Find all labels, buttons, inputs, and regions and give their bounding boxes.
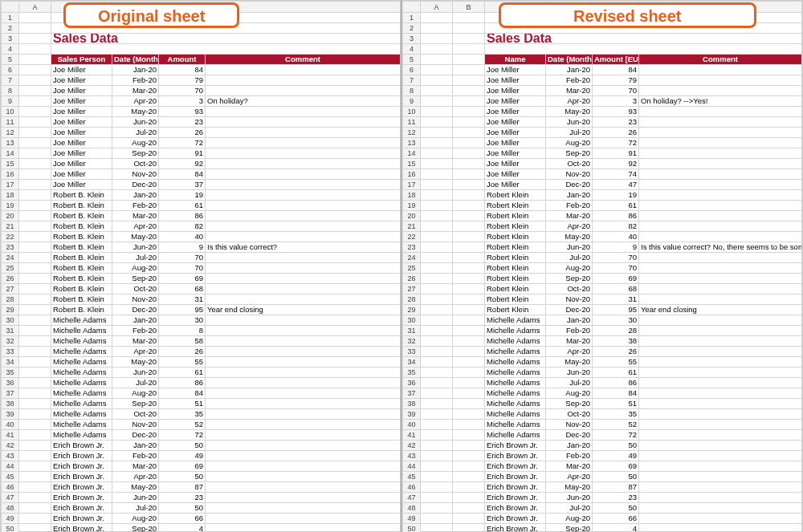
cell-person[interactable]: Erich Brown Jr. — [51, 503, 112, 514]
row-header[interactable]: 38 — [2, 399, 19, 409]
cell-date[interactable]: Jul-20 — [112, 503, 159, 514]
cell[interactable] — [453, 242, 485, 253]
table-row[interactable]: 8Joe MillerMar-2070 — [2, 86, 401, 96]
table-row[interactable]: 12Joe MillerJul-2026 — [403, 128, 802, 138]
cell[interactable] — [453, 96, 485, 107]
cell[interactable] — [453, 315, 485, 326]
table-row[interactable]: 37Michelle AdamsAug-2084 — [2, 388, 401, 399]
cell[interactable] — [453, 294, 485, 305]
row-header[interactable]: 45 — [2, 472, 19, 482]
table-row[interactable]: 6Joe MillerJan-2084 — [403, 65, 802, 75]
cell-person[interactable]: Erich Brown Jr. — [51, 461, 112, 472]
cell[interactable] — [19, 514, 51, 524]
cell-comment[interactable] — [639, 430, 802, 441]
cell-date[interactable]: Apr-20 — [112, 347, 159, 357]
table-row[interactable]: 32Michelle AdamsMar-2058 — [2, 336, 401, 347]
cell-person[interactable]: Joe Miller — [485, 65, 546, 75]
cell-comment[interactable] — [639, 107, 802, 117]
cell-person[interactable]: Robert Klein — [485, 284, 546, 294]
cell-person[interactable]: Erich Brown Jr. — [485, 461, 546, 472]
cell-amount[interactable]: 84 — [159, 65, 206, 75]
cell[interactable] — [453, 284, 485, 294]
cell[interactable] — [19, 23, 51, 34]
cell-amount[interactable]: 68 — [159, 284, 206, 294]
table-row[interactable]: 36Michelle AdamsJul-2086 — [2, 378, 401, 388]
cell-person[interactable]: Erich Brown Jr. — [51, 441, 112, 451]
table-row[interactable]: 45Erich Brown Jr.Apr-2050 — [403, 472, 802, 482]
cell-comment[interactable] — [206, 451, 401, 461]
cell-date[interactable]: Jan-20 — [546, 315, 593, 326]
row-header[interactable]: 7 — [403, 75, 421, 86]
cell-amount[interactable]: 52 — [593, 420, 639, 430]
cell-comment[interactable] — [206, 107, 401, 117]
cell-comment[interactable] — [206, 524, 401, 533]
cell-person[interactable]: Michelle Adams — [51, 315, 112, 326]
cell-date[interactable]: Feb-20 — [546, 326, 593, 336]
cell-date[interactable]: Jul-20 — [112, 378, 159, 388]
row-header[interactable]: 35 — [2, 368, 19, 378]
cell-person[interactable]: Erich Brown Jr. — [485, 493, 546, 503]
row-header[interactable]: 38 — [403, 399, 421, 409]
cell-amount[interactable]: 95 — [159, 305, 206, 315]
cell[interactable] — [421, 461, 453, 472]
cell-date[interactable]: Jul-20 — [546, 503, 593, 514]
row-header[interactable]: 33 — [403, 347, 421, 357]
cell[interactable] — [453, 378, 485, 388]
cell-person[interactable]: Michelle Adams — [485, 326, 546, 336]
cell-date[interactable]: Jun-20 — [546, 368, 593, 378]
cell-person[interactable]: Erich Brown Jr. — [51, 451, 112, 461]
cell[interactable] — [421, 221, 453, 232]
cell-comment[interactable] — [206, 482, 401, 493]
cell-amount[interactable]: 23 — [593, 493, 639, 503]
row-header[interactable]: 4 — [403, 44, 421, 55]
table-row[interactable]: 28Robert B. KleinNov-2031 — [2, 294, 401, 305]
cell[interactable] — [421, 211, 453, 221]
cell-date[interactable]: Jul-20 — [546, 128, 593, 138]
cell-person[interactable]: Michelle Adams — [51, 409, 112, 420]
cell-amount[interactable]: 70 — [593, 86, 639, 96]
table-row[interactable]: 30Michelle AdamsJan-2030 — [2, 315, 401, 326]
cell-person[interactable]: Erich Brown Jr. — [51, 482, 112, 493]
cell-amount[interactable]: 49 — [159, 451, 206, 461]
cell-comment[interactable] — [639, 284, 802, 294]
cell-person[interactable]: Joe Miller — [485, 75, 546, 86]
table-row[interactable]: 18Robert KleinJan-2019 — [403, 190, 802, 201]
cell[interactable] — [421, 326, 453, 336]
cell-amount[interactable]: 86 — [593, 211, 639, 221]
cell[interactable] — [453, 399, 485, 409]
cell-person[interactable]: Joe Miller — [51, 75, 112, 86]
cell-date[interactable]: May-20 — [112, 232, 159, 242]
cell-date[interactable]: Jan-20 — [112, 315, 159, 326]
cell-amount[interactable]: 4 — [159, 524, 206, 533]
cell-date[interactable]: Aug-20 — [546, 514, 593, 524]
cell-date[interactable]: Mar-20 — [112, 86, 159, 96]
table-row[interactable]: 44Erich Brown Jr.Mar-2069 — [403, 461, 802, 472]
table-row[interactable]: 49Erich Brown Jr.Aug-2066 — [403, 514, 802, 524]
table-row[interactable]: 18Robert B. KleinJan-2019 — [2, 190, 401, 201]
cell-person[interactable]: Robert Klein — [485, 242, 546, 253]
cell-person[interactable]: Michelle Adams — [51, 420, 112, 430]
cell[interactable] — [453, 86, 485, 96]
row-header[interactable]: 20 — [403, 211, 421, 221]
cell-comment[interactable] — [206, 378, 401, 388]
cell-date[interactable]: Jun-20 — [112, 493, 159, 503]
cell[interactable] — [19, 420, 51, 430]
table-row[interactable]: 24Robert B. KleinJul-2070 — [2, 253, 401, 263]
cell[interactable] — [421, 368, 453, 378]
cell[interactable] — [453, 169, 485, 180]
cell[interactable] — [453, 274, 485, 284]
cell-amount[interactable]: 55 — [159, 357, 206, 368]
cell[interactable] — [453, 263, 485, 274]
cell-amount[interactable]: 93 — [159, 107, 206, 117]
row-header[interactable]: 37 — [403, 388, 421, 399]
cell-comment[interactable] — [206, 514, 401, 524]
cell-person[interactable]: Michelle Adams — [485, 430, 546, 441]
cell-person[interactable]: Robert B. Klein — [51, 190, 112, 201]
cell-date[interactable]: Nov-20 — [546, 420, 593, 430]
cell-comment[interactable] — [206, 138, 401, 148]
cell-amount[interactable]: 35 — [593, 409, 639, 420]
cell-date[interactable]: Sep-20 — [112, 524, 159, 533]
table-row[interactable]: 14Joe MillerSep-2091 — [403, 148, 802, 159]
cell[interactable] — [421, 128, 453, 138]
cell-comment[interactable] — [639, 461, 802, 472]
